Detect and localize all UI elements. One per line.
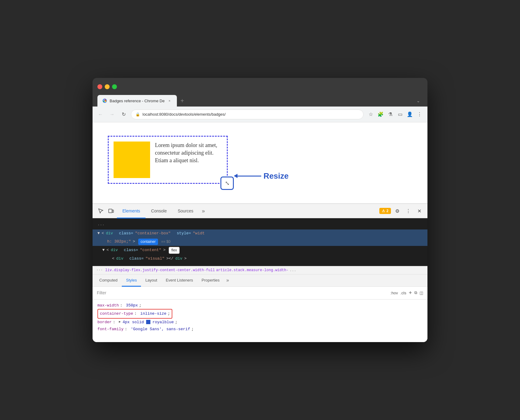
filter-bar: Filter :hov .cls + ⧉ ◫ (93, 287, 427, 299)
profile-icon[interactable]: 👤 (406, 110, 414, 119)
lock-icon: 🔒 (135, 112, 140, 117)
resize-annotation: Resize (237, 171, 289, 181)
new-tab-button[interactable]: + (178, 95, 187, 107)
html-line-container[interactable]: ▼ <div class="container-box" style="widt (93, 229, 427, 238)
elements-panel: ··· ▼ <div class="container-box" style="… (93, 218, 427, 266)
tab-styles[interactable]: Styles (122, 275, 141, 287)
css-font-family: font-family : 'Google Sans', sans-serif … (97, 326, 423, 333)
breadcrumb-trailing-ellipsis: ... (290, 268, 296, 272)
traffic-lights (97, 84, 117, 89)
expand-triangle-icon[interactable]: ▶ (119, 319, 121, 325)
svg-rect-3 (109, 209, 112, 213)
filter-icons: :hov .cls + ⧉ ◫ (390, 290, 423, 296)
warning-icon: ⚠ (382, 209, 385, 213)
tab-overflow-button[interactable]: ⌄ (414, 95, 423, 107)
device-toggle-icon[interactable] (107, 206, 116, 215)
active-tab[interactable]: Badges reference - Chrome De × (97, 95, 177, 107)
forward-button[interactable]: → (108, 110, 116, 119)
lorem-text: Lorem ipsum dolor sit amet, consectetur … (155, 142, 222, 165)
resize-handle[interactable]: ⤡ (220, 177, 234, 190)
html-line-content[interactable]: ▼ <div class="content"> flex (93, 246, 427, 255)
tab-console[interactable]: Console (146, 204, 172, 219)
breadcrumb-bar: ··· liv.display-flex.justify-content-cen… (93, 266, 427, 275)
color-swatch-royalblue[interactable] (146, 320, 150, 324)
url-text: localhost:8080/docs/devtools/elements/ba… (142, 112, 226, 117)
hover-filter-button[interactable]: :hov (390, 291, 398, 295)
html-line-container-cont: h: 302px;"> container == $0 (93, 238, 427, 246)
chrome-favicon-icon (102, 98, 107, 103)
more-menu-icon[interactable]: ⋮ (415, 110, 424, 119)
extensions-icon[interactable]: 🧩 (376, 110, 385, 119)
close-button[interactable] (97, 84, 102, 89)
devtools-panel: Elements Console Sources » ⚠ 2 ⚙ ⋮ ✕ ··· (93, 204, 427, 342)
copy-styles-icon[interactable]: ⧉ (414, 290, 417, 295)
close-devtools-icon[interactable]: ✕ (415, 206, 424, 215)
resize-handle-icon: ⤡ (225, 180, 230, 186)
back-button[interactable]: ← (96, 110, 105, 119)
html-ellipsis: ··· (97, 222, 104, 229)
tab-layout[interactable]: Layout (141, 275, 161, 287)
css-border: border : ▶ 4px solid royalblue ; (97, 319, 423, 326)
yellow-box (114, 142, 150, 178)
cast-icon[interactable]: ▭ (396, 110, 404, 119)
resize-label: Resize (264, 171, 289, 181)
warning-badge[interactable]: ⚠ 2 (379, 208, 391, 214)
styles-tabs: Computed Styles Layout Event Listeners P… (93, 275, 427, 287)
labs-icon[interactable]: ⚗ (386, 110, 395, 119)
address-bar: ← → ↻ 🔒 localhost:8080/docs/devtools/ele… (93, 107, 427, 122)
devtools-tabs: Elements Console Sources » (117, 204, 208, 218)
add-style-button[interactable]: + (409, 290, 412, 296)
tab-elements[interactable]: Elements (117, 204, 146, 219)
css-panel: max-width : 350px ; container-type : inl… (93, 299, 427, 342)
tab-event-listeners[interactable]: Event Listeners (161, 275, 197, 287)
class-filter-button[interactable]: .cls (400, 291, 406, 295)
devtools-toolbar: Elements Console Sources » ⚠ 2 ⚙ ⋮ ✕ (93, 204, 427, 218)
tab-bar: Badges reference - Chrome De × + ⌄ (93, 95, 427, 107)
tab-title: Badges reference - Chrome De (110, 99, 165, 103)
browser-window: Badges reference - Chrome De × + ⌄ ← → ↻… (93, 78, 427, 342)
sidebar-toggle-icon[interactable]: ◫ (420, 291, 423, 295)
container-badge[interactable]: container (138, 239, 158, 245)
tab-computed[interactable]: Computed (95, 275, 122, 287)
tab-sources[interactable]: Sources (172, 204, 199, 219)
demo-container: Lorem ipsum dolor sit amet, consectetur … (108, 136, 228, 184)
toolbar-icons: ☆ 🧩 ⚗ ▭ 👤 ⋮ (367, 110, 424, 119)
page-content: Lorem ipsum dolor sit amet, consectetur … (93, 122, 427, 204)
breadcrumb-item-2[interactable]: article.stack.measure-long.width- (216, 268, 289, 272)
element-picker-icon[interactable] (96, 206, 105, 215)
css-max-width: max-width : 350px ; (97, 302, 423, 309)
title-bar (93, 78, 427, 96)
devtools-more-icon[interactable]: ⋮ (404, 206, 413, 215)
html-line-visual[interactable]: <div class="visual"></div> (93, 255, 427, 263)
breadcrumb-item-1[interactable]: liv.display-flex.justify-content-center.… (105, 268, 215, 272)
refresh-button[interactable]: ↻ (119, 110, 128, 119)
maximize-button[interactable] (112, 84, 117, 89)
devtools-more-tabs[interactable]: » (199, 208, 208, 214)
html-dots-line: ··· (93, 221, 427, 229)
css-container-type: container-type : inline-size ; (97, 309, 423, 318)
svg-rect-4 (112, 210, 114, 212)
url-bar[interactable]: 🔒 localhost:8080/docs/devtools/elements/… (131, 110, 364, 119)
css-container-type-highlighted: container-type : inline-size ; (97, 309, 172, 318)
tab-close-button[interactable]: × (167, 98, 172, 103)
tab-properties[interactable]: Properties (197, 275, 224, 287)
breadcrumb-leading-dots: ··· (96, 268, 103, 272)
devtools-toolbar-right: ⚠ 2 ⚙ ⋮ ✕ (379, 206, 424, 215)
bookmark-icon[interactable]: ☆ (367, 110, 375, 119)
settings-icon[interactable]: ⚙ (393, 206, 402, 215)
dollar-zero: == $0 (161, 239, 170, 245)
filter-label: Filter (97, 290, 387, 295)
flex-badge[interactable]: flex (169, 247, 180, 254)
styles-more-tabs[interactable]: » (224, 278, 231, 283)
warning-count: 2 (386, 209, 388, 213)
minimize-button[interactable] (105, 84, 110, 89)
